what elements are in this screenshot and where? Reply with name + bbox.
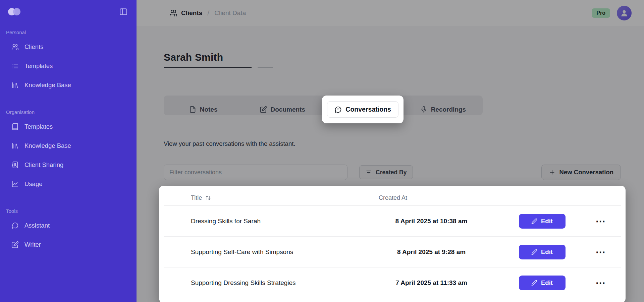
sidebar-item-clients[interactable]: Clients	[0, 37, 137, 56]
table-row[interactable]: Supporting Dressing Skills Strategies 7 …	[164, 267, 621, 298]
notebook-person-icon	[11, 161, 19, 169]
list-icon	[11, 62, 19, 70]
pencil-icon	[531, 249, 537, 255]
conversation-created-at: 7 April 2025 at 11:33 am	[359, 279, 503, 287]
tab-label: Conversations	[345, 106, 391, 113]
pencil-icon	[531, 280, 537, 286]
tour-spotlight-conversations: Conversations	[322, 96, 403, 123]
app-logo-icon	[7, 7, 22, 17]
sidebar-item-writer[interactable]: Writer	[0, 235, 137, 254]
sidebar: Personal Clients Templates Knowledge Bas…	[0, 0, 137, 302]
sidebar-item-label: Templates	[24, 123, 53, 130]
table-row[interactable]: Supporting Self-Care with Simpsons 8 Apr…	[164, 237, 621, 267]
sidebar-item-knowledge-base[interactable]: Knowledge Base	[0, 75, 137, 95]
sidebar-item-label: Knowledge Base	[24, 81, 71, 89]
users-icon	[11, 43, 19, 51]
row-menu-button[interactable]: ⋯	[596, 249, 606, 255]
column-header-created-at: Created At	[379, 194, 407, 201]
sort-icon[interactable]	[205, 195, 211, 201]
chart-line-icon	[11, 180, 19, 188]
sidebar-item-org-knowledge-base[interactable]: Knowledge Base	[0, 136, 137, 155]
tab-conversations[interactable]: Conversations	[327, 101, 398, 118]
pencil-square-icon	[11, 241, 19, 248]
speech-bubble-icon	[334, 106, 342, 113]
sidebar-item-label: Clients	[24, 43, 44, 51]
section-label-tools: Tools	[6, 208, 137, 214]
conversation-title: Dressing Skills for Sarah	[164, 218, 359, 225]
column-header-title[interactable]: Title	[164, 194, 359, 201]
chat-bubble-icon	[11, 222, 19, 229]
main-area: Clients / Client Data Pro Sarah Smith No…	[137, 0, 644, 302]
sidebar-item-templates[interactable]: Templates	[0, 56, 137, 75]
book-icon	[11, 123, 19, 130]
section-label-organisation: Organisation	[6, 109, 137, 115]
sidebar-item-label: Client Sharing	[24, 161, 63, 169]
section-label-personal: Personal	[6, 29, 137, 35]
sidebar-item-assistant[interactable]: Assistant	[0, 216, 137, 235]
table-row[interactable]: Dressing Skills for Sarah 8 April 2025 a…	[164, 206, 621, 237]
sidebar-item-label: Knowledge Base	[24, 142, 71, 149]
library-icon	[11, 81, 19, 89]
table-header-row: Title Created At	[164, 190, 621, 206]
conversation-title: Supporting Dressing Skills Strategies	[164, 279, 359, 287]
pencil-icon	[531, 218, 537, 224]
row-menu-button[interactable]: ⋯	[596, 280, 606, 286]
row-menu-button[interactable]: ⋯	[596, 218, 606, 225]
library-icon	[11, 142, 19, 149]
conversation-title: Supporting Self-Care with Simpsons	[164, 248, 359, 256]
sidebar-item-label: Writer	[24, 241, 41, 248]
sidebar-item-label: Usage	[24, 180, 42, 188]
collapse-sidebar-icon[interactable]	[119, 7, 128, 16]
sidebar-item-client-sharing[interactable]: Client Sharing	[0, 155, 137, 174]
sidebar-item-label: Templates	[24, 62, 53, 70]
conversation-created-at: 8 April 2025 at 10:38 am	[359, 218, 503, 225]
sidebar-item-label: Assistant	[24, 222, 50, 229]
conversation-created-at: 8 April 2025 at 9:28 am	[359, 248, 503, 256]
edit-button[interactable]: Edit	[519, 214, 566, 229]
sidebar-item-usage[interactable]: Usage	[0, 174, 137, 193]
edit-button[interactable]: Edit	[519, 276, 566, 290]
edit-button[interactable]: Edit	[519, 245, 566, 259]
sidebar-item-org-templates[interactable]: Templates	[0, 117, 137, 136]
conversations-table-spotlight: Title Created At Dressing Skills for Sar…	[159, 186, 626, 302]
